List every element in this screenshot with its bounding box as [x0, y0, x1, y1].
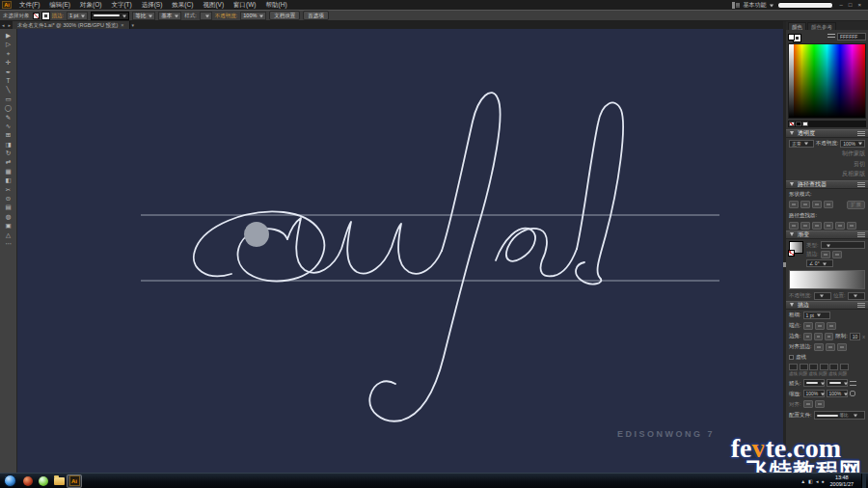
taskbar-app-messenger[interactable]	[36, 474, 51, 488]
stroke-panel-link[interactable]: 描边:	[52, 13, 65, 19]
clip-checkbox-label[interactable]: 剪切	[854, 160, 865, 169]
lettering-path-f-descender[interactable]	[369, 93, 500, 421]
brush-definition-dropdown[interactable]: 基本	[158, 12, 181, 20]
tool-button[interactable]: ◧	[1, 176, 16, 184]
menu-item[interactable]: 编辑(E)	[44, 0, 75, 10]
tool-button[interactable]: ✛	[1, 58, 16, 67]
tool-button[interactable]: ▦	[1, 167, 16, 176]
taskbar-app-browser[interactable]	[20, 474, 36, 488]
dash-field[interactable]	[789, 364, 798, 370]
window-button[interactable]: □	[846, 0, 855, 10]
lettering-path-ee[interactable]	[496, 229, 577, 277]
weight-field[interactable]: 1 pt	[803, 312, 830, 319]
dash-field[interactable]	[809, 364, 818, 370]
gradient-location-field[interactable]	[848, 292, 865, 300]
stroke-color-swatch[interactable]	[42, 13, 49, 19]
round-cap-button[interactable]	[815, 322, 825, 330]
taskbar-app-explorer[interactable]	[51, 474, 67, 488]
tool-button[interactable]: ↻	[1, 149, 16, 157]
menu-item[interactable]: 帮助(H)	[261, 0, 292, 10]
stroke-weight-field[interactable]: 1 pt	[67, 12, 88, 20]
panel-menu-icon[interactable]	[857, 232, 865, 237]
tool-button[interactable]: ✂	[1, 185, 16, 194]
gradient-type-dropdown[interactable]	[821, 241, 865, 249]
workspace-switcher[interactable]: 基本功能	[744, 1, 773, 10]
document-setup-button[interactable]: 文档设置	[269, 11, 300, 20]
hex-value-field[interactable]: FFFFFF	[837, 33, 866, 41]
opacity-field[interactable]: 100%	[240, 12, 266, 20]
tool-button[interactable]: ◨	[1, 140, 16, 149]
fill-color-swatch[interactable]	[33, 13, 40, 19]
gradient-angle-field[interactable]: ∠ 0°	[806, 259, 833, 267]
menu-item[interactable]: 窗口(W)	[229, 0, 260, 10]
menu-item[interactable]: 效果(C)	[167, 0, 198, 10]
gradient-slider[interactable]	[789, 270, 865, 289]
document-close-icon[interactable]: ×	[121, 22, 123, 28]
opacity-value-field[interactable]: 100%	[840, 140, 865, 148]
color-fill-swatch[interactable]	[788, 34, 795, 41]
style-dropdown[interactable]	[200, 12, 212, 20]
gradient-panel-header[interactable]: 渐变	[786, 230, 868, 239]
window-button[interactable]: ×	[854, 0, 864, 10]
gradient-opacity-field[interactable]	[814, 292, 831, 300]
align-center-button[interactable]	[814, 343, 824, 351]
tool-button[interactable]: T	[1, 76, 16, 85]
round-join-button[interactable]	[814, 333, 823, 340]
variable-width-profile-dropdown[interactable]	[91, 12, 129, 20]
projecting-cap-button[interactable]	[827, 322, 836, 330]
crop-button[interactable]	[824, 222, 833, 230]
divide-button[interactable]	[789, 222, 799, 230]
tab-color-guide[interactable]: 颜色参考	[807, 22, 836, 30]
make-mask-button[interactable]: 制作蒙版	[842, 149, 865, 158]
tool-button[interactable]: ✎	[1, 113, 16, 122]
tray-icon[interactable]: ◂	[816, 478, 819, 484]
merge-button[interactable]	[812, 222, 822, 230]
anchor-dot[interactable]	[244, 222, 269, 247]
minus-back-button[interactable]	[847, 222, 856, 230]
arrow-scale-end-field[interactable]: 100%	[827, 390, 848, 397]
dash-field[interactable]	[829, 364, 838, 370]
arrow-start-dropdown[interactable]	[803, 379, 825, 387]
panel-menu-icon[interactable]	[857, 303, 865, 308]
link-scales-icon[interactable]	[850, 391, 855, 396]
color-spectrum[interactable]	[788, 43, 866, 119]
width-profile-uniform-dropdown[interactable]: 等比	[132, 12, 155, 20]
black-swatch[interactable]	[796, 122, 801, 126]
panel-menu-icon[interactable]	[857, 182, 865, 187]
trim-button[interactable]	[800, 222, 810, 230]
arrow-align-end-button[interactable]	[815, 400, 825, 408]
miter-limit-field[interactable]: 10	[850, 333, 861, 340]
panel-menu-icon[interactable]	[857, 131, 865, 136]
pathfinder-panel-header[interactable]: 路径查找器	[786, 180, 868, 189]
outline-button[interactable]	[835, 222, 845, 230]
expand-button[interactable]: 扩展	[847, 201, 865, 209]
tool-button[interactable]: ✒	[1, 68, 16, 76]
gradient-swatch[interactable]	[789, 241, 803, 254]
show-desktop-button[interactable]	[861, 474, 866, 488]
none-swatch[interactable]	[789, 122, 795, 126]
menu-item[interactable]: 选择(S)	[137, 0, 168, 10]
tool-button[interactable]: ⊙	[1, 194, 16, 203]
lettering-path-l-final[interactable]	[576, 102, 623, 284]
tool-button[interactable]: ▭	[1, 95, 16, 103]
taskbar-app-illustrator[interactable]: Ai	[67, 474, 82, 488]
tool-button[interactable]: ▶	[1, 31, 16, 40]
color-stroke-swatch[interactable]	[794, 35, 800, 41]
minus-front-button[interactable]	[800, 201, 810, 208]
arrow-scale-start-field[interactable]: 100%	[803, 390, 825, 397]
tool-button[interactable]: ⌖	[1, 49, 16, 58]
white-swatch[interactable]	[802, 122, 808, 126]
gradient-stroke-along-button[interactable]	[832, 251, 842, 258]
tray-icon[interactable]: ●	[822, 478, 825, 484]
tool-button[interactable]: ╲	[1, 85, 16, 94]
gap-field[interactable]	[820, 364, 828, 370]
swap-arrowheads-icon[interactable]	[850, 381, 856, 386]
tab-list-menu-icon[interactable]: ▾	[130, 22, 137, 28]
tool-button[interactable]: ◍	[1, 212, 16, 221]
gap-field[interactable]	[840, 364, 849, 370]
invert-mask-checkbox-label[interactable]: 反相蒙版	[842, 170, 865, 178]
grayscale-ramp[interactable]	[789, 44, 794, 118]
miter-join-button[interactable]	[803, 333, 812, 340]
lettering-paths[interactable]	[194, 93, 623, 421]
tool-button[interactable]: △	[1, 230, 16, 239]
